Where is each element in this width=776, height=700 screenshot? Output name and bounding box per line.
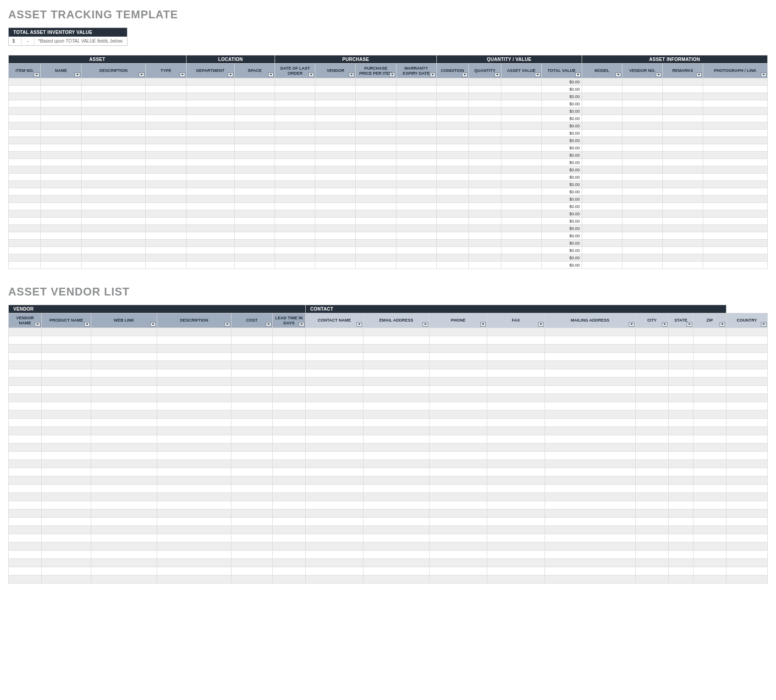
table-cell[interactable] — [81, 254, 146, 262]
table-cell[interactable] — [315, 100, 356, 108]
table-cell[interactable] — [668, 493, 693, 501]
table-cell[interactable] — [703, 159, 767, 166]
table-cell[interactable] — [146, 188, 186, 196]
table-cell[interactable] — [356, 108, 396, 115]
table-cell[interactable] — [272, 435, 305, 443]
table-cell[interactable] — [662, 152, 703, 159]
table-cell[interactable] — [81, 203, 146, 210]
table-cell[interactable] — [186, 262, 235, 269]
table-cell[interactable] — [436, 152, 468, 159]
table-cell[interactable] — [662, 122, 703, 130]
table-cell[interactable] — [186, 218, 235, 225]
table-cell[interactable] — [235, 174, 275, 181]
table-cell[interactable] — [703, 93, 767, 100]
table-cell[interactable] — [186, 247, 235, 254]
table-cell[interactable] — [545, 575, 635, 584]
table-cell[interactable] — [91, 353, 157, 361]
table-cell[interactable] — [487, 377, 545, 386]
table-cell[interactable] — [186, 225, 235, 232]
table-cell[interactable] — [275, 122, 315, 130]
table-cell[interactable] — [469, 196, 501, 203]
table-cell[interactable] — [363, 485, 429, 493]
table-cell[interactable] — [186, 203, 235, 210]
filter-dropdown-icon[interactable] — [268, 72, 274, 77]
filter-dropdown-icon[interactable] — [139, 72, 144, 77]
table-cell[interactable] — [703, 130, 767, 137]
table-cell[interactable] — [501, 159, 541, 166]
table-cell[interactable] — [91, 509, 157, 518]
table-cell[interactable] — [662, 196, 703, 203]
table-cell[interactable] — [487, 575, 545, 584]
table-cell[interactable] — [582, 203, 622, 210]
table-cell[interactable] — [469, 225, 501, 232]
table-cell[interactable] — [231, 542, 272, 551]
table-cell[interactable] — [41, 485, 91, 493]
table-cell[interactable] — [81, 247, 146, 254]
table-cell[interactable] — [363, 336, 429, 345]
table-cell[interactable] — [622, 93, 662, 100]
table-cell[interactable] — [305, 386, 363, 394]
table-cell[interactable] — [501, 122, 541, 130]
table-cell[interactable] — [157, 345, 231, 353]
table-cell[interactable] — [41, 108, 81, 115]
table-cell[interactable] — [235, 144, 275, 152]
table-cell[interactable] — [305, 353, 363, 361]
table-cell[interactable] — [693, 460, 726, 468]
table-cell[interactable] — [91, 435, 157, 443]
table-cell[interactable] — [315, 166, 356, 174]
table-cell[interactable] — [726, 452, 767, 460]
table-cell[interactable] — [186, 188, 235, 196]
table-cell[interactable] — [275, 196, 315, 203]
table-cell[interactable] — [501, 188, 541, 196]
table-cell[interactable] — [41, 93, 81, 100]
table-cell[interactable] — [487, 567, 545, 575]
table-cell[interactable] — [9, 518, 42, 526]
table-cell[interactable] — [146, 166, 186, 174]
filter-dropdown-icon[interactable] — [495, 72, 500, 77]
table-cell[interactable] — [622, 122, 662, 130]
table-cell[interactable] — [726, 402, 767, 410]
table-row[interactable]: $0.00 — [9, 232, 768, 240]
filter-dropdown-icon[interactable] — [538, 322, 544, 327]
table-cell[interactable] — [396, 115, 436, 122]
table-cell[interactable] — [235, 240, 275, 247]
table-cell[interactable] — [9, 419, 42, 427]
table-cell[interactable] — [41, 218, 81, 225]
table-cell[interactable] — [396, 196, 436, 203]
table-cell[interactable] — [275, 240, 315, 247]
table-cell[interactable] — [487, 518, 545, 526]
table-cell[interactable] — [235, 115, 275, 122]
table-cell[interactable] — [356, 166, 396, 174]
table-cell[interactable] — [726, 518, 767, 526]
table-cell[interactable] — [9, 534, 42, 542]
table-cell[interactable] — [668, 485, 693, 493]
table-cell[interactable] — [305, 402, 363, 410]
table-cell[interactable] — [363, 526, 429, 534]
table-cell[interactable] — [487, 551, 545, 559]
table-cell[interactable] — [703, 247, 767, 254]
table-cell[interactable] — [545, 518, 635, 526]
filter-dropdown-icon[interactable] — [34, 72, 39, 77]
table-cell[interactable] — [275, 159, 315, 166]
table-cell[interactable]: $0.00 — [541, 247, 582, 254]
table-row[interactable]: $0.00 — [9, 188, 768, 196]
table-cell[interactable] — [9, 551, 42, 559]
table-cell[interactable] — [363, 427, 429, 435]
table-cell[interactable] — [487, 542, 545, 551]
table-cell[interactable] — [81, 144, 146, 152]
table-cell[interactable] — [186, 93, 235, 100]
table-cell[interactable] — [501, 78, 541, 86]
table-cell[interactable] — [235, 122, 275, 130]
table-cell[interactable] — [501, 203, 541, 210]
table-cell[interactable] — [396, 166, 436, 174]
table-cell[interactable] — [363, 460, 429, 468]
table-cell[interactable] — [356, 115, 396, 122]
table-cell[interactable]: $0.00 — [541, 254, 582, 262]
table-cell[interactable] — [429, 534, 487, 542]
table-cell[interactable] — [41, 166, 81, 174]
table-cell[interactable] — [668, 435, 693, 443]
table-cell[interactable] — [235, 254, 275, 262]
table-cell[interactable] — [356, 159, 396, 166]
table-cell[interactable] — [231, 386, 272, 394]
table-cell[interactable] — [693, 551, 726, 559]
